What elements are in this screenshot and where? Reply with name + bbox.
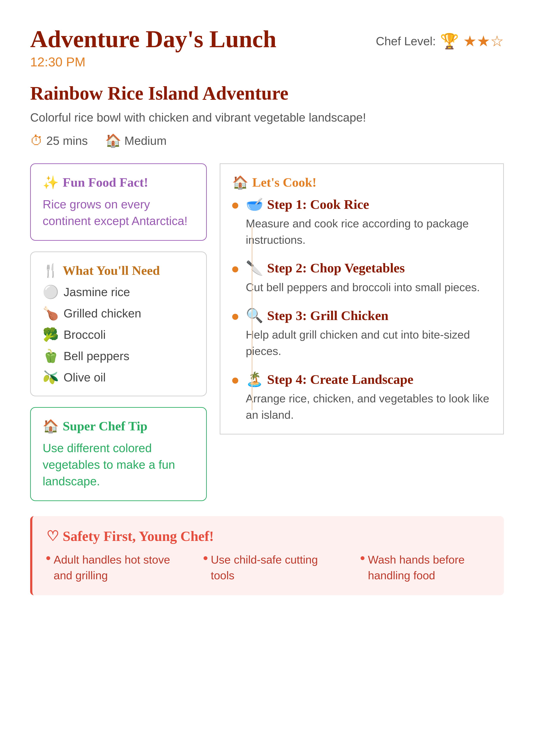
step-title: 🏝️ Step 4: Create Landscape: [246, 371, 491, 388]
ingredient-icon: 🫑: [43, 348, 59, 364]
utensils-icon: 🍴: [43, 263, 59, 278]
difficulty-icon: 🏠: [105, 133, 121, 148]
main-title: Adventure Day's Lunch: [30, 26, 276, 52]
list-item: 🫑 Bell peppers: [43, 348, 194, 364]
tip-text: Use different colored vegetables to make…: [43, 440, 194, 490]
ingredient-name: Olive oil: [64, 370, 106, 384]
stars: ★★☆: [463, 32, 504, 50]
safety-text: Use child-safe cutting tools: [211, 552, 333, 583]
heart-icon: ♡: [46, 528, 59, 544]
list-item: 🔍 Step 3: Grill Chicken Help adult grill…: [232, 307, 491, 359]
tip-card: 🏠 Super Chef Tip Use different colored v…: [30, 407, 207, 501]
step-description: Measure and cook rice according to packa…: [246, 216, 491, 248]
step-title: 🔪 Step 2: Chop Vegetables: [246, 260, 480, 276]
two-col-layout: ✨ Fun Food Fact! Rice grows on every con…: [30, 163, 504, 501]
meta-row: ⏱ 25 mins 🏠 Medium: [30, 133, 504, 148]
list-item: Wash hands before handling food: [361, 552, 490, 583]
list-item: 🍗 Grilled chicken: [43, 306, 194, 321]
header: Adventure Day's Lunch 12:30 PM Chef Leve…: [30, 26, 504, 69]
step-content: 🥣 Step 1: Cook Rice Measure and cook ric…: [246, 196, 491, 248]
step-icon: 🔍: [246, 307, 263, 324]
time-label: 12:30 PM: [30, 55, 276, 69]
title-block: Adventure Day's Lunch 12:30 PM: [30, 26, 276, 69]
ingredient-list: ⚪ Jasmine rice 🍗 Grilled chicken 🥦 Brocc…: [43, 284, 194, 385]
left-column: ✨ Fun Food Fact! Rice grows on every con…: [30, 163, 207, 501]
time-value: 25 mins: [46, 134, 88, 148]
list-item: 🥣 Step 1: Cook Rice Measure and cook ric…: [232, 196, 491, 248]
step-dot: [232, 266, 238, 272]
difficulty-value: Medium: [124, 134, 167, 148]
clock-icon: ⏱: [30, 133, 43, 148]
steps-list-wrapper: 🥣 Step 1: Cook Rice Measure and cook ric…: [232, 196, 491, 423]
time-meta: ⏱ 25 mins: [30, 133, 88, 148]
safety-dot: [204, 556, 207, 560]
steps-card: 🏠 Let's Cook! 🥣 Step 1: Cook Rice Measur…: [220, 163, 504, 434]
step-title: 🥣 Step 1: Cook Rice: [246, 196, 491, 212]
ingredient-icon: 🥦: [43, 327, 59, 342]
safety-text: Wash hands before handling food: [368, 552, 490, 583]
list-item: 🏝️ Step 4: Create Landscape Arrange rice…: [232, 371, 491, 423]
step-content: 🔍 Step 3: Grill Chicken Help adult grill…: [246, 307, 491, 359]
step-description: Help adult grill chicken and cut into bi…: [246, 327, 491, 359]
step-line: [252, 226, 252, 410]
fun-fact-text: Rice grows on every continent except Ant…: [43, 196, 194, 229]
trophy-icon: 🏆: [440, 32, 459, 50]
safety-dot: [46, 556, 50, 560]
recipe-title: Rainbow Rice Island Adventure: [30, 82, 504, 104]
safety-title: ♡ Safety First, Young Chef!: [46, 528, 490, 544]
ingredient-icon: 🍗: [43, 306, 59, 321]
safety-items: Adult handles hot stove and grilling Use…: [46, 552, 490, 583]
step-description: Arrange rice, chicken, and vegetables to…: [246, 391, 491, 423]
ingredients-card: 🍴 What You'll Need ⚪ Jasmine rice 🍗 Gril…: [30, 252, 207, 396]
list-item: Use child-safe cutting tools: [204, 552, 333, 583]
ingredient-name: Jasmine rice: [64, 285, 130, 299]
recipe-description: Colorful rice bowl with chicken and vibr…: [30, 111, 504, 124]
chef-level-block: Chef Level: 🏆 ★★☆: [376, 32, 504, 50]
step-dot: [232, 314, 238, 320]
step-content: 🔪 Step 2: Chop Vegetables Cut bell peppe…: [246, 260, 480, 295]
fun-fact-title: ✨ Fun Food Fact!: [43, 175, 194, 190]
chef-tip-icon: 🏠: [43, 418, 59, 434]
list-item: 🫒 Olive oil: [43, 369, 194, 385]
ingredient-name: Broccoli: [64, 328, 106, 341]
difficulty-meta: 🏠 Medium: [105, 133, 167, 148]
safety-dot: [361, 556, 365, 560]
step-dot: [232, 378, 238, 384]
step-title: 🔍 Step 3: Grill Chicken: [246, 307, 491, 324]
list-item: 🔪 Step 2: Chop Vegetables Cut bell peppe…: [232, 260, 491, 295]
ingredient-icon: 🫒: [43, 369, 59, 385]
step-content: 🏝️ Step 4: Create Landscape Arrange rice…: [246, 371, 491, 423]
list-item: ⚪ Jasmine rice: [43, 284, 194, 300]
steps-list: 🥣 Step 1: Cook Rice Measure and cook ric…: [232, 196, 491, 423]
right-column: 🏠 Let's Cook! 🥣 Step 1: Cook Rice Measur…: [220, 163, 504, 501]
ingredients-title: 🍴 What You'll Need: [43, 263, 194, 278]
lets-cook-icon: 🏠: [232, 175, 248, 190]
step-icon: 🔪: [246, 260, 263, 276]
chef-level-text: Chef Level:: [376, 34, 436, 48]
step-icon: 🥣: [246, 196, 263, 212]
ingredient-name: Bell peppers: [64, 349, 129, 363]
ingredient-icon: ⚪: [43, 284, 59, 300]
ingredient-name: Grilled chicken: [64, 307, 141, 320]
step-dot: [232, 202, 238, 209]
list-item: Adult handles hot stove and grilling: [46, 552, 176, 583]
steps-title: 🏠 Let's Cook!: [232, 175, 491, 190]
tip-title: 🏠 Super Chef Tip: [43, 418, 194, 434]
fun-fact-card: ✨ Fun Food Fact! Rice grows on every con…: [30, 163, 207, 241]
safety-text: Adult handles hot stove and grilling: [54, 552, 176, 583]
step-description: Cut bell peppers and broccoli into small…: [246, 279, 480, 295]
step-icon: 🏝️: [246, 371, 263, 388]
safety-card: ♡ Safety First, Young Chef! Adult handle…: [30, 516, 504, 595]
list-item: 🥦 Broccoli: [43, 327, 194, 342]
sparkle-icon: ✨: [43, 175, 59, 190]
